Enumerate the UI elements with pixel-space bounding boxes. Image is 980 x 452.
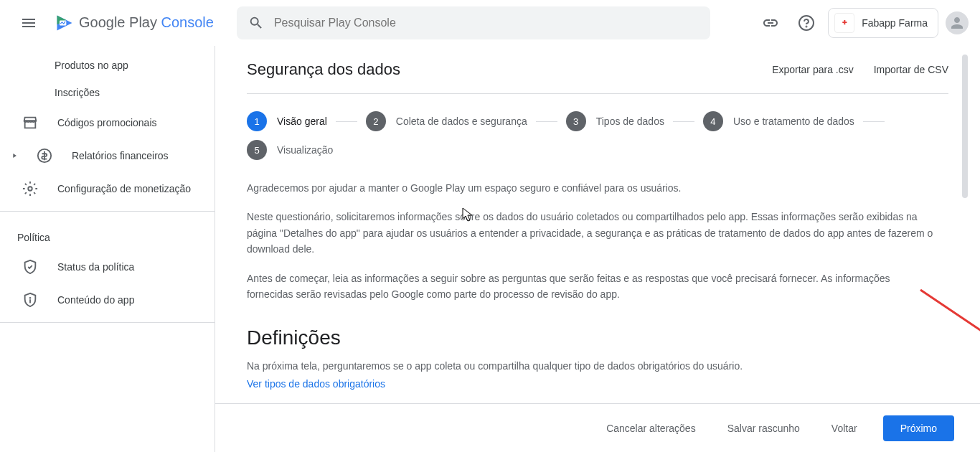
header: Google Play Console ✚ Fabapp Farma <box>0 0 980 46</box>
logo-text: Google Play Console <box>79 14 214 31</box>
sidebar-item-policy-status[interactable]: Status da política <box>0 250 215 283</box>
sidebar-item-monetization-setup[interactable]: Configuração de monetização <box>0 172 215 205</box>
page-header: Segurança dos dados Exportar para .csv I… <box>247 60 948 94</box>
step-number: 5 <box>247 140 267 160</box>
next-button[interactable]: Próximo <box>883 415 954 441</box>
developer-account-chip[interactable]: ✚ Fabapp Farma <box>828 8 938 38</box>
sidebar-item-promo-codes[interactable]: Códigos promocionais <box>0 106 215 139</box>
save-draft-button[interactable]: Salvar rascunho <box>722 417 806 440</box>
svg-point-2 <box>806 26 807 27</box>
step-divider <box>863 121 885 122</box>
export-csv-button[interactable]: Exportar para .csv <box>772 64 854 75</box>
search-input[interactable] <box>274 17 699 29</box>
search-icon <box>248 15 264 31</box>
required-data-types-link[interactable]: Ver tipos de dados obrigatórios <box>247 378 385 390</box>
svg-point-4 <box>28 187 32 191</box>
gear-icon <box>22 180 39 197</box>
help-button[interactable] <box>792 9 821 37</box>
stepper: 1 Visão geral 2 Coleta de dados e segura… <box>247 111 948 160</box>
sidebar-section-policy: Política <box>0 217 215 250</box>
step-5[interactable]: 5 Visualização <box>247 140 333 160</box>
step-1[interactable]: 1 Visão geral <box>247 111 327 131</box>
sidebar-item-label: Produtos no app <box>55 60 128 71</box>
step-number: 1 <box>247 111 267 131</box>
chevron-right-icon <box>7 152 22 159</box>
intro-paragraph-3: Antes de começar, leia as informações a … <box>247 270 936 303</box>
step-divider <box>336 121 357 122</box>
developer-app-icon: ✚ <box>834 13 854 33</box>
user-avatar[interactable] <box>946 11 969 34</box>
sidebar: Produtos no app Inscrições Códigos promo… <box>0 46 215 452</box>
intro-paragraph-1: Agradecemos por ajudar a manter o Google… <box>247 180 936 196</box>
sidebar-item-label: Configuração de monetização <box>57 183 191 194</box>
step-label: Uso e tratamento de dados <box>733 116 854 127</box>
step-2[interactable]: 2 Coleta de dados e segurança <box>366 111 527 131</box>
svg-point-5 <box>30 298 31 298</box>
step-label: Tipos de dados <box>596 116 664 127</box>
back-button[interactable]: Voltar <box>826 417 863 440</box>
step-divider <box>673 121 694 122</box>
sidebar-item-products[interactable]: Produtos no app <box>0 52 215 79</box>
step-3[interactable]: 3 Tipos de dados <box>566 111 664 131</box>
play-console-icon <box>55 13 75 33</box>
scrollbar[interactable] <box>962 55 968 399</box>
sidebar-item-label: Inscrições <box>55 87 100 98</box>
link-button[interactable] <box>756 9 785 37</box>
logo[interactable]: Google Play Console <box>55 13 214 33</box>
menu-button[interactable] <box>11 6 46 40</box>
import-csv-button[interactable]: Importar de CSV <box>874 64 948 75</box>
definitions-heading: Definições <box>247 326 948 349</box>
step-number: 3 <box>566 111 586 131</box>
sidebar-item-app-content[interactable]: Conteúdo do app <box>0 283 215 316</box>
sidebar-item-label: Códigos promocionais <box>57 117 157 128</box>
scrollbar-thumb[interactable] <box>962 55 968 198</box>
intro-paragraph-2: Neste questionário, solicitaremos inform… <box>247 209 936 257</box>
help-icon <box>798 14 815 32</box>
storefront-icon <box>22 114 39 131</box>
page-title: Segurança dos dados <box>247 60 400 79</box>
sidebar-divider <box>0 322 215 323</box>
person-icon <box>948 14 966 32</box>
step-number: 4 <box>703 111 723 131</box>
sidebar-item-financial-reports[interactable]: Relatórios financeiros <box>0 139 215 172</box>
developer-name: Fabapp Farma <box>862 17 928 29</box>
step-label: Coleta de dados e segurança <box>396 116 527 127</box>
cancel-button[interactable]: Cancelar alterações <box>600 417 702 440</box>
step-number: 2 <box>366 111 386 131</box>
dollar-circle-icon <box>36 147 53 164</box>
step-4[interactable]: 4 Uso e tratamento de dados <box>703 111 854 131</box>
sidebar-item-label: Conteúdo do app <box>57 294 134 306</box>
sidebar-item-label: Status da política <box>57 261 134 273</box>
link-icon <box>762 14 779 32</box>
main-content: Segurança dos dados Exportar para .csv I… <box>215 46 980 452</box>
step-label: Visão geral <box>277 116 327 127</box>
step-label: Visualização <box>277 144 333 156</box>
search-bar[interactable] <box>237 6 710 39</box>
definitions-paragraph: Na próxima tela, perguntaremos se o app … <box>247 358 936 374</box>
hamburger-icon <box>20 14 37 32</box>
shield-check-icon <box>22 258 39 276</box>
sidebar-item-subscriptions[interactable]: Inscrições <box>0 79 215 106</box>
sidebar-item-label: Relatórios financeiros <box>72 150 169 161</box>
shield-info-icon <box>22 291 39 309</box>
step-divider <box>536 121 557 122</box>
footer-actions: Cancelar alterações Salvar rascunho Volt… <box>215 403 980 452</box>
sidebar-divider <box>0 211 215 212</box>
